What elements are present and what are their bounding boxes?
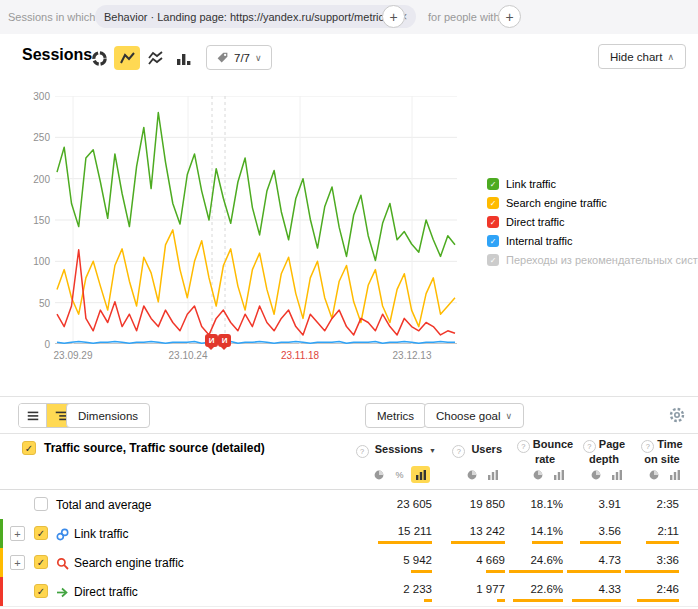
row-label: Total and average bbox=[56, 498, 151, 512]
bars-icon bbox=[416, 470, 426, 480]
cell-bar bbox=[646, 541, 679, 544]
table-settings-button[interactable] bbox=[668, 406, 686, 428]
legend-item[interactable]: ✓Search engine traffic bbox=[487, 197, 692, 209]
section-divider bbox=[0, 396, 698, 397]
column-header-users[interactable]: ? Users bbox=[452, 443, 502, 458]
legend-item[interactable]: ✓Link traffic bbox=[487, 178, 692, 190]
dimension-group-header[interactable]: Traffic source, Traffic source (detailed… bbox=[44, 441, 265, 455]
bars-icon bbox=[488, 470, 498, 480]
legend-checkbox[interactable]: ✓ bbox=[487, 254, 499, 266]
annotation-marker[interactable]: И bbox=[205, 334, 218, 347]
yandex-metrica-report-page: Sessions in which Behavior · Landing pag… bbox=[0, 0, 698, 609]
column-header-sessions[interactable]: ? Sessions ▼ bbox=[356, 443, 436, 458]
cell-value: 2:46 bbox=[657, 583, 679, 595]
row-checkbox[interactable]: ✓ bbox=[34, 584, 48, 598]
row-checkbox[interactable] bbox=[34, 497, 48, 511]
table-cell: 3:36 bbox=[599, 548, 679, 577]
cell-bar bbox=[637, 599, 679, 602]
select-all-checkbox[interactable]: ✓ bbox=[22, 441, 36, 455]
y-tick-label: 50 bbox=[39, 298, 50, 309]
legend-item[interactable]: ✓Переходы из рекомендательных систем bbox=[487, 254, 692, 266]
bars-view-button[interactable] bbox=[549, 466, 568, 483]
chart-type-line-button[interactable] bbox=[114, 46, 140, 70]
row-checkbox[interactable]: ✓ bbox=[34, 526, 48, 540]
chevron-up-icon: ∧ bbox=[667, 52, 674, 62]
column-header-bounce-rate[interactable]: ?Bounce rate bbox=[516, 438, 574, 465]
table-row: ✓Direct traffic2 2331 97722.6%4.332:46 bbox=[0, 577, 698, 607]
legend-item[interactable]: ✓Direct traffic bbox=[487, 216, 692, 228]
help-icon[interactable]: ? bbox=[583, 440, 596, 453]
hide-chart-button[interactable]: Hide chart ∧ bbox=[598, 44, 686, 69]
bar-chart-icon bbox=[175, 50, 192, 67]
series-line-internal-traffic[interactable] bbox=[57, 342, 455, 344]
dimensions-button[interactable]: Dimensions bbox=[66, 403, 150, 428]
direct-arrow-icon bbox=[56, 585, 69, 598]
row-label[interactable]: Link traffic bbox=[74, 527, 128, 541]
chart-type-bars-button[interactable] bbox=[170, 46, 196, 70]
row-color-stripe bbox=[0, 519, 3, 548]
chart-type-pie-button[interactable] bbox=[86, 46, 112, 70]
filter-chip[interactable]: Behavior · Landing page: https://yandex.… bbox=[95, 5, 416, 28]
pie-view-button[interactable] bbox=[528, 466, 547, 483]
pie-view-button[interactable] bbox=[369, 466, 388, 483]
pie-view-button[interactable] bbox=[462, 466, 481, 483]
row-expander[interactable]: + bbox=[10, 555, 25, 570]
bars-view-button[interactable] bbox=[665, 466, 684, 483]
add-session-condition-button[interactable]: + bbox=[382, 5, 405, 28]
legend-checkbox[interactable]: ✓ bbox=[487, 235, 499, 247]
column-header-page-depth[interactable]: ?Page depth bbox=[576, 438, 632, 465]
row-checkbox[interactable]: ✓ bbox=[34, 555, 48, 569]
help-icon[interactable]: ? bbox=[356, 445, 369, 458]
segments-count: 7/7 bbox=[234, 52, 250, 64]
legend-checkbox[interactable]: ✓ bbox=[487, 197, 499, 209]
bars-icon bbox=[612, 470, 622, 480]
series-line-search-engine-traffic[interactable] bbox=[57, 230, 455, 327]
row-color-stripe bbox=[0, 548, 3, 577]
pie-icon bbox=[533, 470, 543, 480]
cell-value: 2:35 bbox=[657, 498, 679, 510]
time-display-toggle bbox=[644, 466, 684, 483]
legend-label: Search engine traffic bbox=[506, 197, 607, 209]
legend-checkbox[interactable]: ✓ bbox=[487, 178, 499, 190]
filter-bar: Sessions in which Behavior · Landing pag… bbox=[0, 0, 698, 34]
pie-icon bbox=[649, 470, 659, 480]
metrics-button[interactable]: Metrics bbox=[365, 403, 426, 428]
x-tick-label: 23.10.24 bbox=[169, 350, 208, 361]
row-color-stripe bbox=[0, 577, 3, 606]
donut-chart-icon bbox=[91, 50, 108, 67]
percent-view-button[interactable]: % bbox=[390, 466, 409, 483]
help-icon[interactable]: ? bbox=[641, 440, 654, 453]
pie-view-button[interactable] bbox=[644, 466, 663, 483]
x-tick-label[interactable]: 23.11.18 bbox=[281, 350, 319, 361]
link-icon bbox=[56, 527, 69, 540]
bars-view-button[interactable] bbox=[483, 466, 502, 483]
row-expander[interactable]: + bbox=[10, 526, 25, 541]
choose-goal-button[interactable]: Choose goal ∨ bbox=[424, 403, 524, 428]
cell-value: 3:36 bbox=[657, 554, 679, 566]
bars-view-button[interactable] bbox=[607, 466, 626, 483]
column-header-time-on-site[interactable]: ?Time on site bbox=[634, 438, 690, 465]
row-label[interactable]: Search engine traffic bbox=[74, 556, 184, 570]
add-people-condition-button[interactable]: + bbox=[498, 5, 521, 28]
legend-item[interactable]: ✓Internal traffic bbox=[487, 235, 692, 247]
pie-view-button[interactable] bbox=[586, 466, 605, 483]
table-cell: 2:35 bbox=[599, 490, 679, 519]
table-cell: 23 605 bbox=[352, 490, 432, 519]
annotation-marker[interactable]: И bbox=[218, 334, 231, 347]
legend-checkbox[interactable]: ✓ bbox=[487, 216, 499, 228]
chart-type-stacked-button[interactable] bbox=[142, 46, 168, 70]
sessions-line-chart[interactable] bbox=[55, 96, 457, 344]
hide-chart-label: Hide chart bbox=[610, 51, 662, 63]
bars-icon bbox=[554, 470, 564, 480]
row-label[interactable]: Direct traffic bbox=[74, 585, 138, 599]
series-line-link-traffic[interactable] bbox=[57, 113, 455, 261]
pie-icon bbox=[591, 470, 601, 480]
bars-view-button[interactable] bbox=[411, 466, 430, 483]
flat-list-view-button[interactable] bbox=[19, 404, 46, 427]
segments-selector-button[interactable]: 7/7 ∨ bbox=[206, 45, 272, 70]
plus-icon: + bbox=[389, 9, 397, 25]
x-tick-label: 23.09.29 bbox=[54, 350, 93, 361]
help-icon[interactable]: ? bbox=[517, 440, 530, 453]
help-icon[interactable]: ? bbox=[452, 445, 465, 458]
y-tick-label: 100 bbox=[33, 256, 50, 267]
